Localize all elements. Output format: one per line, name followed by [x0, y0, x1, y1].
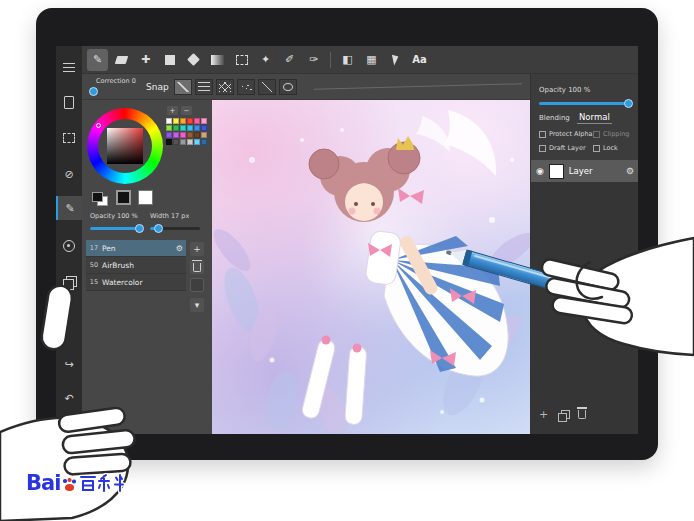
select-pen-tool[interactable]: ✐	[279, 49, 300, 71]
palette-swatch[interactable]	[173, 118, 179, 124]
cursor-tool[interactable]	[385, 49, 406, 71]
palette-swatch[interactable]	[180, 125, 186, 131]
duplicate-layer-button[interactable]	[558, 410, 568, 420]
magic-wand-tool[interactable]: ✦	[255, 49, 276, 71]
protect-alpha-checkbox[interactable]: Protect Alpha	[539, 130, 593, 138]
layer-row[interactable]: ◉ Layer ⚙	[531, 160, 638, 182]
palette-swatch[interactable]	[180, 132, 186, 138]
hue-indicator[interactable]	[96, 123, 101, 128]
pen-tool[interactable]: ✎	[87, 49, 108, 71]
add-layer-button[interactable]: +	[539, 408, 548, 421]
deselect-button[interactable]: ⊘	[56, 162, 82, 186]
palette-swatch[interactable]	[166, 139, 172, 145]
eraser-tool[interactable]	[111, 49, 132, 71]
visibility-eye-icon[interactable]: ◉	[536, 166, 544, 176]
palette-swatch[interactable]	[201, 118, 207, 124]
palette-swatch[interactable]	[180, 139, 186, 145]
checkbox-box[interactable]	[539, 145, 546, 152]
shape-fill-tool[interactable]	[159, 49, 180, 71]
share-button[interactable]: ↪	[56, 352, 82, 376]
palette-swatch[interactable]	[173, 139, 179, 145]
checkbox-box[interactable]	[539, 131, 546, 138]
marquee-select-tool[interactable]	[231, 49, 252, 71]
snap-off-button[interactable]	[174, 79, 192, 95]
width-slider-knob[interactable]	[154, 224, 163, 233]
layers-panel-button[interactable]	[56, 270, 82, 294]
snap-vanishing-button[interactable]	[237, 79, 255, 95]
file-button[interactable]	[56, 90, 82, 114]
text-tool[interactable]: Aa	[409, 49, 430, 71]
marquee-icon	[236, 55, 248, 65]
palette-add-button[interactable]: +	[167, 106, 178, 115]
palette-panel-button[interactable]	[56, 234, 82, 258]
brush-list-expand-button[interactable]: ▾	[190, 298, 204, 312]
brush-size: 50	[86, 261, 102, 269]
lock-checkbox[interactable]: Lock	[593, 144, 618, 152]
brush-row-watercolor[interactable]: 15 Watercolor	[86, 274, 186, 291]
brush-delete-button[interactable]	[190, 260, 204, 274]
palette-swatch[interactable]	[187, 139, 193, 145]
select-eraser-tool[interactable]: ✑	[303, 49, 324, 71]
move-tool[interactable]: ✚	[135, 49, 156, 71]
palette-swatch[interactable]	[180, 118, 186, 124]
gradient-tool[interactable]	[207, 49, 228, 71]
white-color-chip[interactable]	[138, 190, 153, 205]
snap-parallel-icon	[198, 82, 210, 92]
correction-handle[interactable]	[89, 87, 98, 96]
palette-swatch[interactable]	[194, 125, 200, 131]
checkbox-box[interactable]	[593, 145, 600, 152]
palette-swatch[interactable]	[187, 125, 193, 131]
delete-layer-button[interactable]	[578, 410, 586, 419]
palette-swatch[interactable]	[166, 132, 172, 138]
foreground-background-chip[interactable]	[92, 192, 108, 206]
snap-ellipse-button[interactable]	[279, 79, 297, 95]
palette-swatch[interactable]	[194, 139, 200, 145]
black-color-chip[interactable]	[116, 190, 131, 205]
toolbar-divider	[330, 52, 331, 68]
palette-swatch[interactable]	[187, 132, 193, 138]
blending-label: Blending	[539, 114, 570, 122]
brush-add-button[interactable]: +	[190, 242, 204, 256]
select-panel-button[interactable]	[56, 126, 82, 150]
checkbox-box[interactable]	[593, 131, 600, 138]
palette-swatch[interactable]	[201, 132, 207, 138]
clipping-checkbox[interactable]: Clipping	[593, 130, 629, 138]
materials-button[interactable]: ▦	[361, 49, 382, 71]
palette-remove-button[interactable]: −	[181, 106, 192, 115]
snap-radial-button[interactable]	[258, 79, 276, 95]
layer-settings-icon[interactable]: ⚙	[626, 166, 634, 176]
draft-layer-checkbox[interactable]: Draft Layer	[539, 144, 586, 152]
select-eraser-icon: ✑	[309, 53, 318, 66]
brush-row-airbrush[interactable]: 50 AirBrush	[86, 257, 186, 274]
opacity-slider-knob[interactable]	[135, 224, 144, 233]
brush-color-panel: + − Opacity 100 % Width 17 px	[82, 100, 212, 434]
snap-crisscross-button[interactable]	[216, 79, 234, 95]
brush-panel-button[interactable]: ✎	[56, 196, 82, 220]
palette-swatch[interactable]	[201, 139, 207, 145]
split-view-button[interactable]: ◧	[337, 49, 358, 71]
saturation-value-square[interactable]	[107, 128, 143, 164]
color-wheel[interactable]	[87, 108, 163, 184]
opacity-slider[interactable]	[90, 227, 140, 230]
palette-swatch[interactable]	[173, 125, 179, 131]
layer-opacity-slider[interactable]	[539, 102, 629, 105]
layer-opacity-knob[interactable]	[624, 99, 633, 108]
bucket-tool[interactable]	[183, 49, 204, 71]
brush-row-pen[interactable]: 17 Pen ⚙	[86, 240, 186, 257]
width-slider[interactable]	[150, 227, 200, 230]
shape-fill-icon	[165, 55, 175, 65]
snap-parallel-button[interactable]	[195, 79, 213, 95]
palette-swatch[interactable]	[187, 118, 193, 124]
palette-swatch[interactable]	[194, 132, 200, 138]
palette-swatch[interactable]	[166, 125, 172, 131]
palette-swatch[interactable]	[194, 118, 200, 124]
palette-swatch[interactable]	[173, 132, 179, 138]
menu-button[interactable]	[56, 56, 82, 80]
tablet-device: ✎ ✚ ✦ ✐ ✑ ◧ ▦ Aa ⊘	[36, 8, 658, 460]
palette-swatch[interactable]	[166, 118, 172, 124]
brush-settings-icon[interactable]: ⚙	[176, 244, 183, 253]
undo-button[interactable]: ↶	[56, 386, 82, 410]
palette-swatch[interactable]	[201, 125, 207, 131]
blending-dropdown[interactable]: Normal	[577, 112, 612, 124]
baike-brand-text: Bai	[26, 473, 60, 494]
